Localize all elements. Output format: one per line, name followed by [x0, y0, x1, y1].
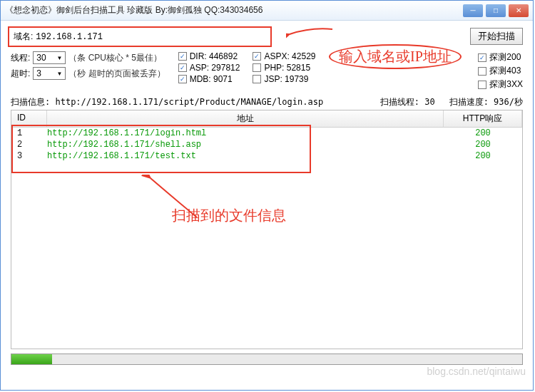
checkbox-item: ✓DIR: 446892	[178, 51, 240, 61]
cell-resp: 200	[444, 128, 522, 138]
checkbox[interactable]: ✓	[178, 63, 187, 72]
threads-hint: （条 CPU核心 * 5最佳）	[68, 52, 162, 64]
timeout-hint: （秒 超时的页面被丢弃）	[68, 68, 165, 80]
scan-threads-value: 30	[424, 97, 434, 107]
checkbox-item: 探测3XX	[478, 78, 523, 91]
titlebar: 《想念初恋》御剑后台扫描工具 珍藏版 By:御剑孤独 QQ:343034656 …	[1, 1, 533, 21]
window-title: 《想念初恋》御剑后台扫描工具 珍藏版 By:御剑孤独 QQ:343034656	[5, 4, 463, 16]
table-header: ID 地址 HTTP响应	[11, 110, 522, 128]
checkbox[interactable]: ✓	[253, 52, 261, 61]
checkbox-item: ✓ASP: 297812	[178, 63, 240, 73]
close-button[interactable]: ✕	[509, 4, 529, 17]
cell-id: 3	[11, 151, 47, 161]
checkbox-label: PHP: 52815	[264, 63, 310, 73]
checkbox[interactable]: ✓	[478, 53, 486, 62]
cell-resp: 200	[444, 140, 522, 150]
th-url[interactable]: 地址	[47, 110, 444, 127]
checkbox-label: ASPX: 42529	[264, 51, 315, 61]
domain-label: 域名:	[14, 31, 33, 43]
checks-column-2: ✓ASPX: 42529PHP: 52815JSP: 19739	[253, 51, 315, 84]
checkbox-label: DIR: 446892	[190, 51, 238, 61]
checkbox-item: 探测403	[478, 65, 523, 77]
threads-select[interactable]: 30▼	[33, 51, 66, 64]
checkbox-label: MDB: 9071	[190, 74, 233, 84]
table-body: 1http://192.168.1.171/login.html2002http…	[11, 128, 522, 162]
checks-column-1: ✓DIR: 446892✓ASP: 297812✓MDB: 9071	[178, 51, 240, 84]
cell-url: http://192.168.1.171/shell.asp	[47, 140, 444, 150]
cell-id: 2	[11, 140, 47, 150]
scan-button[interactable]: 开始扫描	[470, 28, 523, 45]
scan-speed-label: 扫描速度:	[449, 97, 489, 107]
progress-bar	[11, 354, 523, 365]
watermark: blog.csdn.net/qintaiwu	[427, 366, 526, 377]
scan-speed-value: 936/秒	[494, 97, 523, 107]
checkbox-item: PHP: 52815	[253, 63, 315, 73]
checkbox[interactable]	[253, 75, 261, 83]
maximize-button[interactable]: □	[486, 4, 506, 17]
app-window: 《想念初恋》御剑后台扫描工具 珍藏版 By:御剑孤独 QQ:343034656 …	[0, 0, 534, 391]
timeout-label: 超时:	[11, 68, 30, 80]
checkbox[interactable]: ✓	[178, 75, 187, 83]
scan-info-label: 扫描信息:	[11, 97, 50, 107]
results-table: ID 地址 HTTP响应 1http://192.168.1.171/login…	[11, 110, 523, 349]
table-row[interactable]: 1http://192.168.1.171/login.html200	[11, 128, 522, 139]
th-resp[interactable]: HTTP响应	[444, 110, 522, 127]
timeout-select[interactable]: 3▼	[33, 67, 66, 80]
checkbox[interactable]	[253, 63, 261, 72]
table-row[interactable]: 2http://192.168.1.171/shell.asp200	[11, 139, 522, 150]
checkbox[interactable]: ✓	[178, 52, 187, 61]
cell-id: 1	[11, 128, 47, 138]
annotation-results: 扫描到的文件信息	[172, 207, 286, 223]
chevron-down-icon: ▼	[56, 71, 62, 77]
scan-threads-label: 扫描线程:	[380, 97, 419, 107]
scan-info-value: http://192.168.1.171/script/Product/MANA…	[55, 97, 323, 107]
annotation-results-wrap: 扫描到的文件信息	[172, 206, 286, 225]
minimize-button[interactable]: ─	[463, 4, 483, 17]
checkbox-label: 探测200	[489, 51, 521, 63]
checkbox-label: 探测403	[489, 65, 521, 77]
checkbox[interactable]	[478, 81, 486, 89]
content-area: 域名: 输入域名或IP地址 开始扫描 线程: 30▼ （条 CPU核心 * 5最…	[1, 21, 533, 371]
checks-column-3: ✓探测200探测403探测3XX	[478, 51, 523, 91]
status-line: 扫描信息: http://192.168.1.171/script/Produc…	[11, 96, 523, 108]
cell-url: http://192.168.1.171/login.html	[47, 128, 444, 138]
checkbox-label: JSP: 19739	[264, 74, 308, 84]
cell-resp: 200	[444, 151, 522, 161]
th-id[interactable]: ID	[11, 110, 47, 127]
checkbox-label: ASP: 297812	[190, 63, 240, 73]
table-row[interactable]: 3http://192.168.1.171/test.txt200	[11, 150, 522, 162]
checkbox-label: 探测3XX	[489, 78, 523, 91]
arrow-annotation-1	[286, 24, 336, 45]
checkbox-item: ✓MDB: 9071	[178, 74, 240, 84]
checkbox-item: ✓探测200	[478, 51, 523, 63]
threads-label: 线程:	[11, 52, 30, 64]
chevron-down-icon: ▼	[56, 55, 62, 61]
checkbox-item: ✓ASPX: 42529	[253, 51, 315, 61]
options-row: 线程: 30▼ （条 CPU核心 * 5最佳） 超时: 3▼ （秒 超时的页面被…	[11, 51, 523, 91]
window-controls: ─ □ ✕	[463, 4, 529, 17]
domain-group: 域名:	[8, 26, 272, 47]
checkbox[interactable]	[478, 67, 486, 76]
checkbox-item: JSP: 19739	[253, 74, 315, 84]
cell-url: http://192.168.1.171/test.txt	[47, 151, 444, 161]
domain-input[interactable]	[36, 32, 266, 42]
progress-fill	[11, 354, 52, 364]
